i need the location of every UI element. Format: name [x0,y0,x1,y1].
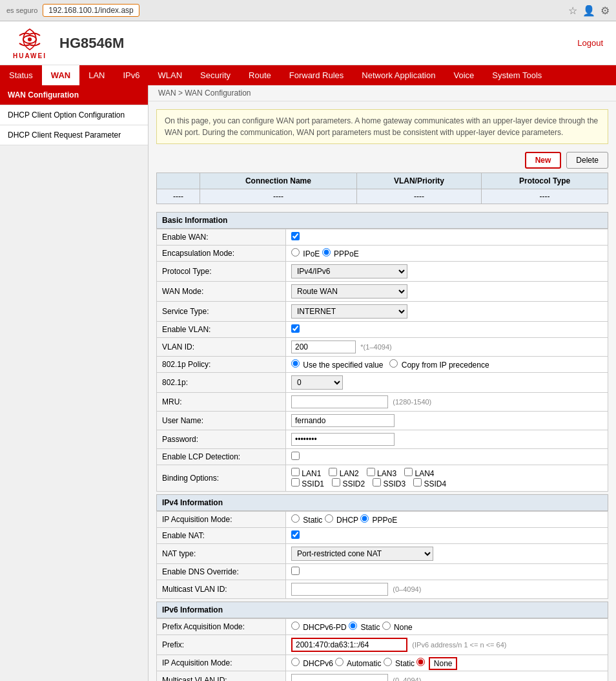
nav-lan[interactable]: LAN [79,65,114,85]
breadcrumb: WAN > WAN Configuration [149,85,616,101]
wan-mode-select[interactable]: Route WAN [291,284,407,299]
check-lan2[interactable] [329,468,337,476]
cell-8021p-policy: Use the specified value Copy from IP pre… [286,357,608,373]
vlan-id-input[interactable] [291,340,356,353]
check-lan3[interactable] [367,468,375,476]
router-model: HG8546M [59,35,124,52]
nav-wan[interactable]: WAN [42,65,79,85]
row-protocol-type: Protocol Type: IPv4/IPv6 [157,262,608,282]
section-ipv6: IPv6 Information [156,602,608,618]
check-ssid3[interactable] [373,478,381,487]
label-auto: Automatic [347,659,381,668]
logout-button[interactable]: Logout [577,38,603,48]
radio-dhcp-ipv4[interactable] [325,514,333,523]
main-nav: Status WAN LAN IPv6 WLAN Security Route … [0,65,616,85]
enable-nat-checkbox[interactable] [291,530,300,539]
nav-forward-rules[interactable]: Forward Rules [280,65,353,85]
label-8021p-policy: 802.1p Policy: [157,357,286,373]
row-service-type: Service Type: INTERNET [157,302,608,322]
label-prefix: Prefix: [157,635,286,655]
cell-ipv4-acq: Static DHCP PPPoE [286,512,608,528]
radio-dhcpv6pd[interactable] [291,622,300,630]
label-vlan-id: VLAN ID: [157,338,286,357]
info-box: On this page, you can configure WAN port… [156,109,608,144]
sidebar-item-dhcp-request[interactable]: DHCP Client Request Parameter [0,125,148,145]
enable-vlan-checkbox[interactable] [291,324,300,333]
label-service-type: Service Type: [157,302,286,322]
label-ipv6-acq: IP Acquisition Mode: [157,655,286,671]
radio-dhcpv6[interactable] [291,658,300,666]
multicast-vlan-ipv4-input[interactable] [291,583,388,596]
check-ssid4[interactable] [413,478,422,487]
nav-wlan[interactable]: WLAN [149,65,192,85]
section-basic-info: Basic Information [156,212,608,229]
security-label: es seguro [6,6,37,14]
profile-icon[interactable]: 👤 [582,5,595,17]
cell-placeholder-2: ---- [356,189,482,204]
row-nat-type: NAT type: Port-restricted cone NAT [157,544,608,564]
label-enable-wan: Enable WAN: [157,229,286,246]
check-lan1[interactable] [291,468,300,476]
check-lan4[interactable] [404,468,413,476]
brand-label: HUAWEI [13,52,46,59]
sidebar-item-dhcp-option[interactable]: DHCP Client Option Configuration [0,105,148,125]
menu-icon[interactable]: ⚙ [601,5,610,17]
new-button[interactable]: New [525,152,562,169]
label-mru: MRU: [157,393,286,412]
label-ssid1: SSID1 [291,478,324,488]
nav-route[interactable]: Route [240,65,280,85]
connection-table: Connection Name VLAN/Priority Protocol T… [156,173,608,204]
radio-pppoe[interactable] [322,248,331,257]
radio-copy[interactable] [389,359,398,368]
row-lcp: Enable LCP Detection: [157,449,608,465]
url-bar[interactable]: 192.168.100.1/index.asp [43,4,139,17]
enable-wan-checkbox[interactable] [291,232,300,240]
bookmark-icon[interactable]: ☆ [568,5,577,17]
dns-override-checkbox[interactable] [291,567,300,575]
cell-encapsulation: IPoE PPPoE [286,246,608,262]
nav-security[interactable]: Security [191,65,240,85]
label-dhcpv6pd: DHCPv6-PD [303,623,346,632]
radio-ipoe[interactable] [291,248,300,257]
dot1p-select[interactable]: 0 [291,375,343,390]
check-ssid1[interactable] [291,478,300,487]
label-multicast-vlan-ipv6: Multicast VLAN ID: [157,671,286,682]
radio-static-prefix[interactable] [349,622,357,630]
delete-button[interactable]: Delete [566,152,608,169]
multicast-vlan-ipv6-input[interactable] [291,674,388,681]
nav-status[interactable]: Status [0,65,42,85]
lcp-checkbox[interactable] [291,452,300,460]
mru-input[interactable] [291,395,388,408]
username-input[interactable] [291,414,395,427]
radio-static-ipv4[interactable] [291,514,300,523]
radio-none-prefix[interactable] [382,622,391,630]
cell-service-type: INTERNET [286,302,608,322]
password-input[interactable] [291,433,395,446]
row-enable-nat: Enable NAT: [157,528,608,544]
label-dns-override: Enable DNS Override: [157,564,286,580]
sidebar-item-wan-config[interactable]: WAN Configuration [0,85,148,105]
radio-none-ipv6[interactable] [416,658,425,666]
cell-ipv6-acq: DHCPv6 Automatic Static None [286,655,608,671]
nav-system-tools[interactable]: System Tools [483,65,551,85]
service-type-select[interactable]: INTERNET [291,304,407,319]
basic-info-table: Enable WAN: Encapsulation Mode: IPoE PPP… [156,229,608,492]
protocol-type-select[interactable]: IPv4/IPv6 [291,264,407,278]
prefix-input[interactable] [291,638,407,652]
radio-pppoe-ipv4[interactable] [360,514,369,523]
label-none-ipv6: None [429,657,458,670]
mru-hint: (1280-1540) [393,398,431,406]
nav-ipv6[interactable]: IPv6 [114,65,149,85]
section-ipv4: IPv4 Information [156,494,608,511]
binding-group-ssid: SSID1 SSID2 SSID3 SSID4 [291,478,602,488]
label-specified: Use the specified value [303,361,383,370]
label-static-prefix: Static [360,623,380,632]
radio-static-ipv6[interactable] [384,658,392,666]
nat-type-select[interactable]: Port-restricted cone NAT [291,547,433,561]
radio-specified[interactable] [291,359,300,368]
nav-voice[interactable]: Voice [444,65,483,85]
nav-network-app[interactable]: Network Application [353,65,444,85]
label-ipv4-acq: IP Acquisition Mode: [157,512,286,528]
radio-auto[interactable] [335,658,344,666]
check-ssid2[interactable] [332,478,340,487]
